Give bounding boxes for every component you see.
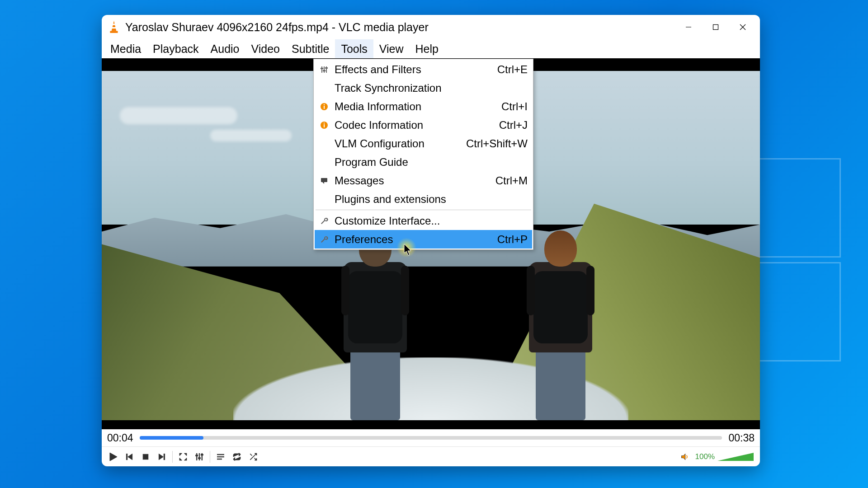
sliders-icon [316,66,332,74]
titlebar[interactable]: Yaroslav Shuraev 4096x2160 24fps.mp4 - V… [102,15,760,39]
svg-marker-0 [112,21,117,31]
window-title: Yaroslav Shuraev 4096x2160 24fps.mp4 - V… [125,21,675,34]
svg-marker-21 [322,182,324,184]
menu-view[interactable]: View [373,39,410,58]
menu-audio[interactable]: Audio [205,39,245,58]
menu-separator [316,210,531,210]
menu-video[interactable]: Video [245,39,286,58]
close-button[interactable] [729,18,756,37]
minimize-button[interactable] [675,18,702,37]
seek-row: 00:04 00:38 [102,429,760,446]
svg-rect-11 [321,68,323,69]
volume-value: 100% [695,452,715,461]
svg-rect-34 [217,454,224,455]
svg-marker-24 [128,454,132,460]
svg-rect-9 [324,66,325,73]
maximize-button[interactable] [702,18,729,37]
svg-rect-19 [324,122,325,123]
next-button[interactable] [154,449,170,465]
total-time: 00:38 [728,432,755,444]
svg-rect-8 [321,66,322,73]
menuitem-track-sync[interactable]: Track Synchronization [315,79,532,97]
seek-bar[interactable] [140,436,722,440]
info-icon [316,121,332,129]
menu-help[interactable]: Help [410,39,444,58]
menu-playback[interactable]: Playback [147,39,204,58]
svg-rect-16 [324,104,325,105]
svg-rect-20 [321,178,327,182]
svg-rect-13 [325,67,328,69]
vlc-window: Yaroslav Shuraev 4096x2160 24fps.mp4 - V… [102,15,760,466]
play-button[interactable] [105,449,121,465]
seek-fill [140,436,204,440]
elapsed-time: 00:04 [107,432,133,444]
svg-rect-2 [112,27,116,28]
playlist-button[interactable] [213,449,228,465]
info-icon [316,103,332,111]
menuitem-effects-filters[interactable]: Effects and Filters Ctrl+E [315,60,532,79]
svg-rect-32 [198,457,201,459]
svg-rect-25 [143,454,148,460]
svg-marker-22 [110,453,117,461]
volume-slider[interactable] [717,453,754,461]
loop-button[interactable] [229,449,245,465]
menuitem-plugins[interactable]: Plugins and extensions [315,190,532,208]
tools-dropdown: Effects and Filters Ctrl+E Track Synchro… [313,59,533,250]
wrench-icon [316,235,332,244]
shuffle-button[interactable] [245,449,261,465]
menuitem-program-guide[interactable]: Program Guide [315,153,532,171]
menubar: Media Playback Audio Video Subtitle Tool… [102,39,760,58]
svg-rect-28 [196,453,197,460]
menuitem-media-info[interactable]: Media Information Ctrl+I [315,97,532,116]
stop-button[interactable] [138,449,153,465]
svg-marker-26 [159,454,163,460]
svg-rect-31 [196,455,198,456]
svg-rect-15 [324,106,325,109]
svg-rect-18 [324,124,325,127]
vlc-cone-icon [108,20,120,34]
extended-settings-button[interactable] [192,449,207,465]
svg-rect-5 [713,25,718,30]
messages-icon [316,177,332,185]
svg-rect-3 [110,31,118,33]
menuitem-preferences[interactable]: Preferences Ctrl+P [315,230,532,249]
menu-subtitle[interactable]: Subtitle [286,39,335,58]
menuitem-messages[interactable]: Messages Ctrl+M [315,171,532,190]
svg-rect-12 [323,70,326,71]
volume-icon[interactable] [677,449,693,465]
svg-rect-27 [164,454,165,460]
menu-tools[interactable]: Tools [335,39,373,58]
menu-media[interactable]: Media [104,39,147,58]
previous-button[interactable] [122,449,137,465]
svg-rect-29 [199,453,200,460]
video-area[interactable]: Effects and Filters Ctrl+E Track Synchro… [102,58,760,429]
fullscreen-button[interactable] [175,449,191,465]
menuitem-vlm-config[interactable]: VLM Configuration Ctrl+Shift+W [315,134,532,153]
svg-rect-33 [201,454,203,455]
svg-rect-35 [217,456,224,457]
svg-rect-36 [217,459,222,460]
controls-bar: 100% [102,446,760,466]
svg-marker-37 [681,454,685,460]
menuitem-customize-interface[interactable]: Customize Interface... [315,211,532,230]
svg-rect-1 [112,24,116,25]
wrench-icon [316,217,332,225]
menuitem-codec-info[interactable]: Codec Information Ctrl+J [315,116,532,134]
svg-rect-23 [126,454,127,460]
